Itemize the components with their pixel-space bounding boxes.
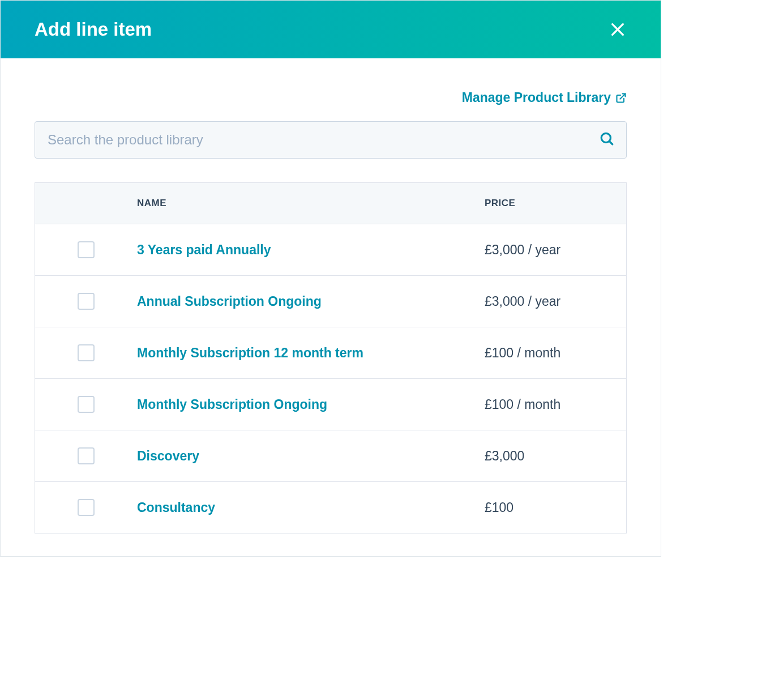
row-checkbox[interactable]	[78, 241, 95, 258]
product-price: £100 / month	[485, 380, 626, 429]
row-checkbox[interactable]	[78, 499, 95, 516]
header-price-col: PRICE	[485, 183, 626, 224]
search-box	[35, 121, 627, 159]
table-header: NAME PRICE	[35, 183, 626, 224]
svg-line-4	[609, 141, 612, 144]
search-input[interactable]	[35, 121, 627, 159]
product-price: £100 / month	[485, 328, 626, 378]
svg-line-2	[620, 93, 625, 99]
product-name-link[interactable]: Consultancy	[137, 500, 215, 515]
product-name-link[interactable]: 3 Years paid Annually	[137, 242, 271, 257]
header-checkbox-col	[35, 189, 137, 218]
modal-content: Manage Product Library	[1, 58, 661, 556]
manage-product-library-link[interactable]: Manage Product Library	[462, 90, 627, 105]
table-row: 3 Years paid Annually £3,000 / year	[35, 224, 626, 276]
product-name-link[interactable]: Monthly Subscription 12 month term	[137, 345, 363, 360]
product-price: £3,000	[485, 432, 626, 481]
manage-link-label: Manage Product Library	[462, 90, 611, 105]
modal-container: Add line item Manage Product Library	[0, 0, 661, 557]
table-row: Discovery £3,000	[35, 430, 626, 482]
product-price: £3,000 / year	[485, 277, 626, 326]
row-checkbox[interactable]	[78, 293, 95, 310]
header-name-col: NAME	[137, 183, 485, 224]
modal-title: Add line item	[35, 19, 152, 40]
search-icon[interactable]	[600, 131, 614, 148]
table-row: Consultancy £100	[35, 482, 626, 533]
product-price: £100	[485, 483, 626, 532]
external-link-icon	[615, 92, 627, 104]
close-icon[interactable]	[609, 20, 627, 39]
product-name-link[interactable]: Annual Subscription Ongoing	[137, 294, 322, 309]
table-row: Monthly Subscription 12 month term £100 …	[35, 327, 626, 379]
product-table: NAME PRICE 3 Years paid Annually £3,000 …	[35, 182, 627, 533]
modal-header: Add line item	[1, 1, 661, 58]
row-checkbox[interactable]	[78, 447, 95, 464]
row-checkbox[interactable]	[78, 396, 95, 413]
product-price: £3,000 / year	[485, 225, 626, 275]
product-name-link[interactable]: Monthly Subscription Ongoing	[137, 397, 327, 412]
row-checkbox[interactable]	[78, 344, 95, 361]
manage-link-row: Manage Product Library	[35, 90, 627, 105]
product-name-link[interactable]: Discovery	[137, 449, 199, 463]
table-row: Annual Subscription Ongoing £3,000 / yea…	[35, 276, 626, 327]
table-row: Monthly Subscription Ongoing £100 / mont…	[35, 379, 626, 430]
